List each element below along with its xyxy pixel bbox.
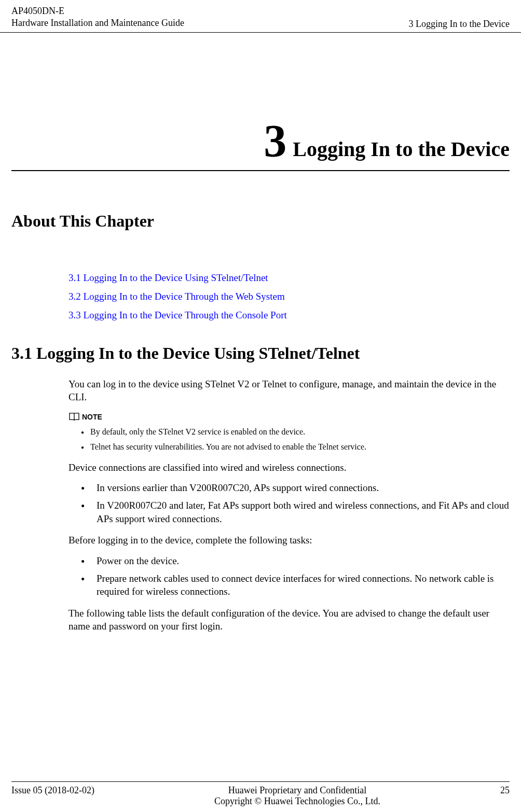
- footer-copyright: Copyright © Huawei Technologies Co., Ltd…: [214, 796, 380, 807]
- footer-center: Huawei Proprietary and Confidential Copy…: [214, 785, 380, 807]
- footer-confidential: Huawei Proprietary and Confidential: [214, 785, 380, 796]
- version-item: In V200R007C20 and later, Fat APs suppor…: [81, 499, 510, 525]
- chapter-title-block: 3 Logging In to the Device: [11, 118, 510, 171]
- task-item: Power on the device.: [81, 554, 510, 568]
- note-book-icon: [68, 412, 80, 422]
- footer-page-number: 25: [500, 785, 510, 807]
- table-intro-paragraph: The following table lists the default co…: [68, 607, 510, 633]
- header-chapter-ref: 3 Logging In to the Device: [409, 19, 510, 30]
- before-login-paragraph: Before logging in to the device, complet…: [68, 534, 510, 547]
- about-chapter-heading: About This Chapter: [11, 212, 510, 231]
- version-list: In versions earlier than V200R007C20, AP…: [81, 481, 510, 525]
- header-left: AP4050DN-E Hardware Installation and Mai…: [11, 5, 184, 30]
- task-list: Power on the device. Prepare network cab…: [81, 554, 510, 598]
- chapter-title: Logging In to the Device: [293, 137, 510, 161]
- note-label: NOTE: [82, 413, 102, 421]
- guide-name: Hardware Installation and Maintenance Gu…: [11, 17, 184, 29]
- note-header: NOTE: [68, 412, 510, 422]
- page-footer: Issue 05 (2018-02-02) Huawei Proprietary…: [11, 781, 510, 807]
- product-name: AP4050DN-E: [11, 5, 184, 17]
- note-item: By default, only the STelnet V2 service …: [81, 427, 510, 438]
- version-item: In versions earlier than V200R007C20, AP…: [81, 481, 510, 495]
- page-header: AP4050DN-E Hardware Installation and Mai…: [0, 0, 521, 33]
- note-list: By default, only the STelnet V2 service …: [81, 427, 510, 453]
- footer-issue: Issue 05 (2018-02-02): [11, 785, 94, 807]
- chapter-number: 3: [264, 116, 286, 166]
- toc-links: 3.1 Logging In to the Device Using STeln…: [68, 272, 510, 321]
- section-3-1-heading: 3.1 Logging In to the Device Using STeln…: [11, 344, 510, 363]
- toc-link-stelnet[interactable]: 3.1 Logging In to the Device Using STeln…: [68, 272, 510, 284]
- note-item: Telnet has security vulnerabilities. You…: [81, 442, 510, 453]
- intro-paragraph: You can log in to the device using STeln…: [68, 377, 510, 404]
- page-content: 3 Logging In to the Device About This Ch…: [0, 118, 521, 633]
- task-item: Prepare network cables used to connect d…: [81, 572, 510, 598]
- toc-link-web[interactable]: 3.2 Logging In to the Device Through the…: [68, 291, 510, 302]
- device-connections-paragraph: Device connections are classified into w…: [68, 461, 510, 474]
- toc-link-console[interactable]: 3.3 Logging In to the Device Through the…: [68, 310, 510, 321]
